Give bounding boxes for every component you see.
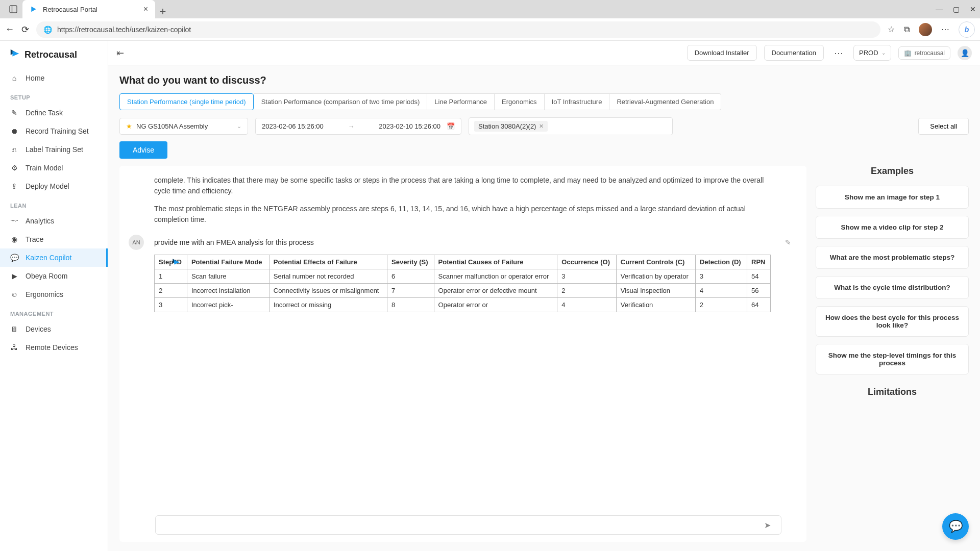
sidebar-item-train-model[interactable]: ⚙ Train Model [0, 159, 108, 177]
task-select-value: NG GS105NA Assembly [136, 122, 208, 130]
sidebar-item-analytics[interactable]: 〰 Analytics [0, 212, 108, 230]
examples-heading: Examples [816, 166, 969, 177]
table-header: Current Controls (C) [616, 255, 695, 269]
environment-select[interactable]: PROD ⌄ [853, 45, 891, 61]
example-prompt[interactable]: Show me an image for step 1 [816, 186, 969, 209]
refresh-button[interactable]: ⟳ [21, 24, 29, 35]
chat-fab-button[interactable]: 💬 [942, 513, 969, 540]
assistant-avatar-icon [168, 255, 184, 270]
favorites-icon[interactable]: ☆ [888, 24, 895, 34]
tab-ergonomics[interactable]: Ergonomics [495, 93, 545, 110]
sidebar-item-obeya-room[interactable]: ▶ Obeya Room [0, 267, 108, 285]
edit-message-icon[interactable]: ✎ [785, 238, 791, 246]
table-row: 2Incorrect installationConnectivity issu… [155, 284, 771, 298]
home-icon: ⌂ [10, 74, 18, 82]
analytics-icon: 〰 [10, 217, 18, 225]
browser-tab-active[interactable]: Retrocausal Portal × [22, 0, 155, 18]
example-prompt[interactable]: How does the best cycle for this process… [816, 306, 969, 337]
sidebar-item-label: Kaizen Copilot [26, 254, 71, 262]
globe-icon: 🌐 [43, 26, 52, 34]
brand-logo[interactable]: Retrocausal [0, 41, 108, 69]
table-cell: Visual inspection [616, 284, 695, 298]
tab-list-button[interactable] [4, 0, 22, 18]
person-icon: ☺ [10, 290, 18, 298]
tab-favicon-icon [30, 5, 38, 13]
profile-avatar[interactable] [919, 23, 932, 36]
sidebar-collapse-icon[interactable]: ⇤ [116, 47, 124, 59]
table-row: 3Incorrect pick-Incorrect or missing8Ope… [155, 298, 771, 312]
tab-line-performance[interactable]: Line Performance [427, 93, 495, 110]
chat-input[interactable] [155, 515, 781, 535]
sidebar-item-devices[interactable]: 🖥 Devices [0, 320, 108, 338]
sidebar: Retrocausal ⌂ Home SETUP ✎ Define Task ⏺… [0, 41, 108, 551]
tenant-badge[interactable]: 🏢 retrocausal [898, 46, 950, 60]
tab-close-icon[interactable]: × [143, 5, 148, 14]
sidebar-item-home[interactable]: ⌂ Home [0, 69, 108, 87]
table-cell: 7 [387, 284, 434, 298]
table-cell: Serial number not recorded [269, 269, 387, 284]
sidebar-item-trace[interactable]: ◉ Trace [0, 230, 108, 248]
calendar-icon: 📅 [447, 122, 455, 130]
task-select[interactable]: ★ NG GS105NA Assembly ⌄ [119, 118, 248, 135]
collections-icon[interactable]: ⧉ [904, 25, 910, 34]
chip-remove-icon[interactable]: ✕ [539, 123, 544, 130]
example-prompt[interactable]: Show me a video clip for step 2 [816, 216, 969, 239]
example-prompt[interactable]: What is the cycle time distribution? [816, 276, 969, 299]
send-icon[interactable]: ➤ [764, 520, 771, 530]
tab-station-compare[interactable]: Station Performance (comparison of two t… [254, 93, 428, 110]
window-maximize-icon[interactable]: ▢ [953, 5, 960, 13]
window-minimize-icon[interactable]: — [936, 5, 943, 13]
sidebar-item-label: Deploy Model [26, 182, 69, 190]
table-cell: 4 [557, 298, 616, 312]
table-cell: 54 [747, 269, 771, 284]
device-icon: 🖥 [10, 325, 18, 333]
nodes-icon: ⚙ [10, 164, 18, 172]
table-row: 1Scan failureSerial number not recorded6… [155, 269, 771, 284]
menu-icon[interactable]: ⋯ [941, 24, 949, 34]
video-icon: ⏺ [10, 127, 18, 135]
sidebar-item-ergonomics[interactable]: ☺ Ergonomics [0, 285, 108, 304]
sidebar-item-remote-devices[interactable]: 🖧 Remote Devices [0, 338, 108, 357]
table-cell: 3 [155, 298, 187, 312]
sidebar-item-label-training[interactable]: ⎌ Label Training Set [0, 140, 108, 159]
sidebar-item-label: Train Model [26, 164, 63, 172]
topbar: ⇤ Download Installer Documentation ⋯ PRO… [108, 41, 980, 65]
documentation-button[interactable]: Documentation [764, 45, 824, 61]
url-input[interactable]: 🌐 https://retrocausal.tech/user/kaizen-c… [36, 21, 880, 38]
deploy-icon: ⇪ [10, 182, 18, 190]
sidebar-item-label: Obeya Room [26, 272, 67, 280]
station-multiselect[interactable]: Station 3080A(2)(2) ✕ [469, 117, 673, 135]
tab-station-single[interactable]: Station Performance (single time period) [119, 93, 254, 110]
sidebar-item-kaizen-copilot[interactable]: 💬 Kaizen Copilot [0, 248, 108, 267]
advise-button[interactable]: Advise [119, 141, 167, 159]
brand-name: Retrocausal [24, 49, 77, 60]
user-avatar[interactable]: 👤 [958, 46, 972, 60]
back-button[interactable]: ← [5, 24, 14, 35]
new-tab-button[interactable]: + [155, 5, 170, 18]
example-prompt[interactable]: Show me the step-level timings for this … [816, 344, 969, 374]
chat-panel: complete. This indicates that there may … [119, 166, 806, 542]
example-prompt[interactable]: What are the most problematic steps? [816, 246, 969, 269]
bing-chat-icon[interactable]: b [959, 21, 975, 38]
tab-rag[interactable]: Retrieval-Augmented Generation [609, 93, 721, 110]
select-all-button[interactable]: Select all [918, 118, 969, 135]
star-icon: ★ [126, 122, 132, 130]
tab-iot[interactable]: IoT Infrastructure [545, 93, 610, 110]
table-header: Severity (S) [387, 255, 434, 269]
tenant-name: retrocausal [915, 49, 945, 57]
sidebar-item-label: Trace [26, 235, 43, 243]
window-close-icon[interactable]: ✕ [970, 5, 976, 13]
table-cell: 6 [387, 269, 434, 284]
fmea-table: Step IDPotential Failure ModePotential E… [154, 255, 771, 312]
user-avatar-initials: AN [129, 235, 144, 250]
download-installer-button[interactable]: Download Installer [687, 45, 757, 61]
topbar-more-icon[interactable]: ⋯ [831, 47, 846, 59]
limitations-heading: Limitations [816, 387, 969, 397]
sidebar-item-deploy-model[interactable]: ⇪ Deploy Model [0, 177, 108, 195]
sidebar-item-record-training[interactable]: ⏺ Record Training Set [0, 122, 108, 140]
table-cell: 2 [695, 298, 747, 312]
date-range-picker[interactable]: 2023-02-06 15:26:00 → 2023-02-10 15:26:0… [255, 118, 461, 135]
table-cell: Verification [616, 298, 695, 312]
sidebar-item-label: Home [26, 74, 44, 82]
sidebar-item-define-task[interactable]: ✎ Define Task [0, 104, 108, 122]
